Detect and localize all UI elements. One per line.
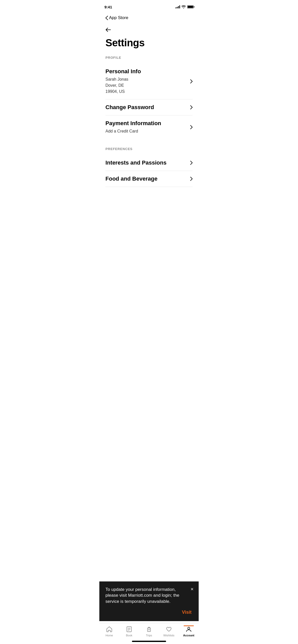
personal-info-chevron xyxy=(190,79,193,83)
food-beverage-content: Food and Beverage xyxy=(105,175,187,182)
status-bar: 9:41 xyxy=(99,0,199,12)
change-password-title: Change Password xyxy=(105,104,187,111)
status-time: 9:41 xyxy=(104,5,112,9)
app-store-label: App Store xyxy=(109,15,128,20)
change-password-item[interactable]: Change Password xyxy=(105,99,193,115)
payment-information-content: Payment Information Add a Credit Card xyxy=(105,120,187,134)
payment-information-subtitle: Add a Credit Card xyxy=(105,128,187,134)
change-password-chevron xyxy=(190,105,193,109)
preferences-section-label: PREFERENCES xyxy=(105,147,193,151)
app-store-back-button[interactable]: App Store xyxy=(104,14,129,21)
signal-icon xyxy=(175,5,180,8)
interests-passions-item[interactable]: Interests and Passions xyxy=(105,155,193,171)
personal-info-content: Personal Info Sarah JonasDover, DE19904,… xyxy=(105,68,187,95)
status-icons xyxy=(175,5,194,8)
battery-icon xyxy=(187,5,194,8)
personal-info-title: Personal Info xyxy=(105,68,187,75)
food-beverage-chevron xyxy=(190,177,193,181)
change-password-content: Change Password xyxy=(105,104,187,111)
back-button[interactable] xyxy=(104,26,112,33)
personal-info-item[interactable]: Personal Info Sarah JonasDover, DE19904,… xyxy=(105,64,193,99)
interests-passions-chevron xyxy=(190,161,193,165)
chevron-left-icon xyxy=(105,16,108,20)
food-beverage-title: Food and Beverage xyxy=(105,175,187,182)
payment-information-title: Payment Information xyxy=(105,120,187,127)
payment-information-item[interactable]: Payment Information Add a Credit Card xyxy=(105,115,193,139)
wifi-icon xyxy=(182,5,186,8)
interests-passions-content: Interests and Passions xyxy=(105,159,187,166)
profile-section-label: PROFILE xyxy=(105,56,193,60)
personal-info-subtitle: Sarah JonasDover, DE19904, US xyxy=(105,76,187,95)
payment-information-chevron xyxy=(190,125,193,129)
page-title: Settings xyxy=(105,37,193,49)
preferences-section: PREFERENCES Interests and Passions Food … xyxy=(105,147,193,187)
nav-bar: App Store xyxy=(99,12,199,24)
interests-passions-title: Interests and Passions xyxy=(105,159,187,166)
back-section xyxy=(99,24,199,37)
profile-section: PROFILE Personal Info Sarah JonasDover, … xyxy=(105,56,193,139)
food-beverage-item[interactable]: Food and Beverage xyxy=(105,171,193,187)
main-content: Settings PROFILE Personal Info Sarah Jon… xyxy=(99,37,199,187)
back-arrow-icon xyxy=(105,27,111,32)
